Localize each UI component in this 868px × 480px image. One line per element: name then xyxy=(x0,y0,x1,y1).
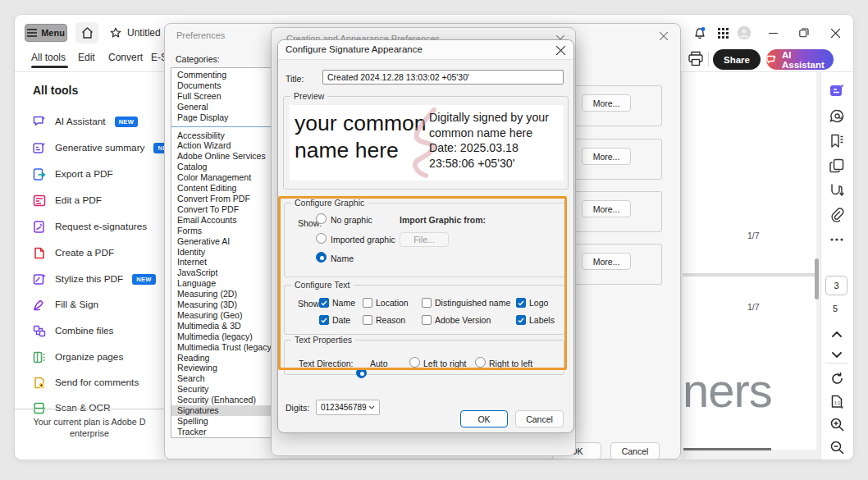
close-window-button[interactable] xyxy=(826,25,844,40)
category-item[interactable]: Adobe Online Services xyxy=(171,151,276,162)
more-panels-icon[interactable] xyxy=(828,231,846,249)
tool-item-send-for-comments[interactable]: Send for comments xyxy=(15,373,164,392)
category-item[interactable]: Convert From PDF xyxy=(171,194,276,204)
zoom-in-icon[interactable] xyxy=(828,415,846,433)
radio-right-to-left[interactable] xyxy=(475,357,486,368)
more-button-1[interactable]: More... xyxy=(582,94,631,112)
checkbox-location[interactable] xyxy=(363,298,372,308)
checkbox-labels[interactable] xyxy=(516,315,526,325)
category-item[interactable]: Search xyxy=(171,373,276,384)
digits-select[interactable]: 0123456789 xyxy=(316,400,380,415)
category-item[interactable]: Multimedia Trust (legacy) xyxy=(171,342,276,353)
category-item[interactable]: Measuring (2D) xyxy=(171,289,276,299)
category-item[interactable]: Full Screen xyxy=(171,91,276,102)
category-item[interactable]: Action Wizard xyxy=(171,140,276,151)
category-item[interactable]: Reading xyxy=(171,353,276,363)
signature-ok-button[interactable]: OK xyxy=(460,410,508,427)
tool-item-export-pdf[interactable]: Export a PDF xyxy=(15,164,164,184)
category-item[interactable]: Forms xyxy=(171,226,276,236)
fit-page-icon[interactable]: 1:1 xyxy=(828,392,846,410)
checkbox-distinguished-name[interactable] xyxy=(422,298,432,308)
category-item-selected[interactable]: Signatures xyxy=(171,405,276,416)
category-item[interactable]: Multimedia & 3D xyxy=(171,321,276,331)
category-item[interactable]: Internet xyxy=(171,257,276,267)
notifications-button[interactable] xyxy=(691,25,709,40)
category-item[interactable]: Documents xyxy=(171,80,276,91)
menu-button[interactable]: Menu xyxy=(25,24,67,42)
category-item[interactable]: Reviewing xyxy=(171,363,276,373)
category-item[interactable]: Commenting xyxy=(171,70,276,80)
tool-item-fill-sign[interactable]: Fill & Sign xyxy=(15,295,164,314)
attachments-paperclip-icon[interactable] xyxy=(828,206,846,224)
tab-convert[interactable]: Convert xyxy=(108,52,143,63)
checkbox-name[interactable] xyxy=(319,298,329,308)
category-item[interactable]: Color Management xyxy=(171,172,276,183)
tool-item-generative-summary[interactable]: Generative summary NEW xyxy=(15,138,164,158)
category-item[interactable]: Measuring (Geo) xyxy=(171,310,276,321)
current-page-input[interactable]: 3 xyxy=(825,276,847,295)
checkbox-logo[interactable] xyxy=(516,298,526,308)
signature-cancel-button[interactable]: Cancel xyxy=(515,410,564,427)
category-item[interactable]: Language xyxy=(171,278,276,289)
category-item[interactable]: JavaScript xyxy=(171,267,276,278)
bookmarks-icon[interactable] xyxy=(828,132,846,150)
category-item[interactable]: Security xyxy=(171,384,276,395)
generative-summary-panel-icon[interactable] xyxy=(828,81,846,99)
category-item[interactable]: Accessibility xyxy=(171,130,276,141)
preferences-cancel-button[interactable]: Cancel xyxy=(610,442,660,459)
copy-pages-icon[interactable] xyxy=(828,157,846,175)
comments-mentions-icon[interactable] xyxy=(828,107,846,126)
radio-imported-graphic[interactable] xyxy=(316,233,327,244)
more-button-2[interactable]: More... xyxy=(582,148,631,165)
tool-item-create-pdf[interactable]: Create a PDF xyxy=(15,243,164,263)
category-item[interactable]: Convert To PDF xyxy=(171,204,276,215)
tab-edit[interactable]: Edit xyxy=(78,52,95,63)
tool-item-organize-pages[interactable]: Organize pages xyxy=(15,347,164,367)
tool-item-edit-pdf[interactable]: Edit a PDF xyxy=(15,190,164,210)
radio-auto[interactable] xyxy=(356,368,367,378)
more-button-3[interactable]: More... xyxy=(582,200,631,217)
checkbox-adobe-version[interactable] xyxy=(422,315,432,325)
apps-grid-icon[interactable] xyxy=(714,25,732,40)
home-button[interactable] xyxy=(75,22,98,43)
ai-assistant-button[interactable]: AI Assistant xyxy=(766,49,834,70)
category-item[interactable]: Measuring (3D) xyxy=(171,299,276,310)
radio-left-to-right[interactable] xyxy=(409,357,420,368)
minimize-button[interactable] xyxy=(764,25,782,40)
category-item[interactable]: Email Accounts xyxy=(171,215,276,226)
category-item[interactable]: Content Editing xyxy=(171,183,276,194)
tool-item-request-esignatures[interactable]: Request e-signatures xyxy=(15,217,164,236)
radio-name[interactable] xyxy=(316,252,327,263)
tool-item-ai-assistant[interactable]: AI Assistant NEW xyxy=(15,112,164,131)
category-item[interactable]: Security (Enhanced) xyxy=(171,395,276,405)
title-field-input[interactable]: Created 2024.12.28 13:03:02 +05'30' xyxy=(322,70,564,85)
radio-no-graphic[interactable] xyxy=(316,213,327,224)
category-item[interactable]: Tracker xyxy=(171,427,276,437)
checkbox-reason[interactable] xyxy=(363,315,372,325)
previous-page-chevron-icon[interactable] xyxy=(828,325,846,343)
rotate-page-icon[interactable] xyxy=(828,369,846,387)
category-item[interactable]: Catalog xyxy=(171,162,276,172)
more-button-4[interactable]: More... xyxy=(582,253,631,270)
avatar[interactable] xyxy=(735,25,753,40)
category-item[interactable]: Multimedia (legacy) xyxy=(171,331,276,342)
signature-squiggle-icon[interactable] xyxy=(828,181,846,199)
print-icon[interactable] xyxy=(688,51,706,67)
tool-item-stylize-pdf[interactable]: Stylize this PDF NEW xyxy=(15,269,164,289)
category-item[interactable]: Spelling xyxy=(171,416,276,427)
document-tab[interactable]: Untitled xyxy=(103,22,167,43)
signature-dialog-close-icon[interactable] xyxy=(554,43,567,57)
tool-item-combine-files[interactable]: Combine files xyxy=(15,321,164,341)
categories-listbox[interactable]: Commenting Documents Full Screen General… xyxy=(171,67,277,438)
checkbox-date[interactable] xyxy=(319,315,329,325)
share-button[interactable]: Share xyxy=(713,49,761,70)
tab-all-tools[interactable]: All tools xyxy=(31,52,66,63)
category-item[interactable]: Page Display xyxy=(171,112,276,123)
file-button[interactable]: File... xyxy=(400,232,449,247)
category-item[interactable]: Identity xyxy=(171,247,276,258)
category-item[interactable]: General xyxy=(171,102,276,112)
zoom-out-icon[interactable] xyxy=(828,438,846,456)
next-page-chevron-icon[interactable] xyxy=(828,345,846,363)
category-item[interactable]: Generative AI xyxy=(171,236,276,247)
restore-button[interactable] xyxy=(795,25,813,40)
